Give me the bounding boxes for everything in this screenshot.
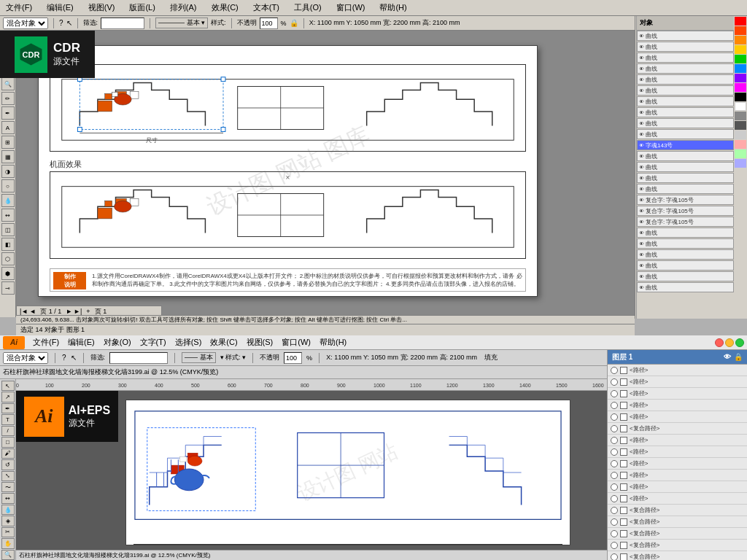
cdr-opacity-input[interactable] — [260, 18, 278, 29]
outline-tool[interactable]: ○ — [1, 179, 15, 192]
shadow-tool[interactable]: ◧ — [1, 238, 15, 251]
cdr-panel-item-4: 👁曲线 — [637, 74, 734, 85]
page-last[interactable]: ►| — [74, 308, 82, 315]
ai-canvas-area: Ai AI+EPS 源文件 设计图 网站 — [16, 391, 607, 560]
page-add[interactable]: + — [86, 308, 90, 315]
ai-eyedrop-tool[interactable]: 💧 — [1, 505, 15, 515]
ai-scale-tool[interactable]: ⤡ — [1, 471, 15, 481]
cdr-logo: CDR — [15, 36, 47, 73]
svg-rect-6 — [130, 91, 139, 98]
cdr-menu-text[interactable]: 文本(T) — [250, 2, 282, 13]
ai-opacity-input[interactable] — [284, 352, 302, 364]
layers-title: 图层 1 — [612, 352, 632, 362]
ai-scissors-tool[interactable]: ✂ — [1, 527, 15, 537]
cdr-menu-arrange[interactable]: 排列(A) — [167, 2, 200, 13]
ai-cursor: ↖ — [71, 354, 77, 362]
freehand-tool[interactable]: ✏ — [1, 92, 15, 105]
cdr-menu-layout[interactable]: 版面(L) — [126, 2, 158, 13]
cdr-menu-window[interactable]: 窗口(W) — [333, 2, 368, 13]
ai-line-tool[interactable]: / — [1, 426, 15, 436]
cdr-panel-item-13: 👁曲线 — [637, 173, 734, 183]
cdr-menu-file[interactable]: 文件(F) — [3, 2, 35, 13]
cdr-panel-item-10: 👁字魂143号 — [637, 140, 734, 150]
sep5 — [319, 353, 320, 363]
extrude-tool[interactable]: ⬢ — [1, 267, 15, 280]
ai-menu-select[interactable]: 选择(S) — [171, 337, 206, 348]
pen-tool[interactable]: ✒ — [1, 106, 15, 120]
svg-rect-0 — [62, 79, 514, 141]
svg-point-54 — [187, 456, 202, 466]
ai-menu-view[interactable]: 视图(S) — [243, 337, 277, 348]
ai-menu-object[interactable]: 对象(O) — [100, 337, 135, 348]
ai-warp-tool[interactable]: 〜 — [1, 482, 15, 492]
illustrator-section: Ai 文件(F) 编辑(E) 对象(O) 文字(T) 选择(S) 效果(C) 视… — [0, 335, 747, 560]
ai-coords: X: 1100 mm Y: 1050 mm 宽: 2200 mm 高: 2100… — [326, 353, 477, 362]
table-tool[interactable]: ▦ — [1, 150, 15, 163]
ai-filter-input[interactable] — [109, 352, 168, 364]
ai-direct-tool[interactable]: ↗ — [1, 392, 15, 402]
svg-rect-13 — [77, 128, 82, 132]
page-prev[interactable]: ◄ — [29, 308, 36, 315]
ai-layer-item-1: <路径> — [608, 376, 747, 388]
ai-text-tool[interactable]: T — [1, 414, 15, 424]
cdr-menubar[interactable]: 文件(F) 编辑(E) 视图(V) 版面(L) 排列(A) 效果(C) 文本(T… — [0, 0, 747, 16]
stair-svg-1: 尺寸 — [50, 65, 525, 151]
ai-menu-help[interactable]: 帮助(H) — [316, 337, 350, 348]
maximize-btn[interactable] — [735, 338, 744, 347]
text-tool[interactable]: A — [1, 121, 15, 134]
cdr-panel-item-23: 👁曲线 — [637, 282, 734, 292]
ai-status-bar: 石柱杆旗神社球圆地文化墙海报楼梯文化墙3199.ai @ 12.5% (CMYK… — [16, 550, 607, 560]
panel-lock-btn[interactable]: 🔒 — [734, 353, 743, 361]
cdr-menu-help[interactable]: 帮助(H) — [376, 2, 409, 13]
cdr-panel-item-16: 👁复合字: 字魂105号 — [637, 206, 734, 216]
svg-text:1600: 1600 — [592, 383, 604, 388]
transparency-tool[interactable]: ◫ — [1, 223, 15, 236]
cdr-line-style: ———— 基本 ▾ — [155, 18, 208, 28]
close-btn[interactable] — [715, 338, 724, 347]
ai-menu-effects[interactable]: 效果(C) — [206, 337, 241, 348]
cdr-filter-input[interactable] — [101, 18, 144, 29]
ai-zoom-tool[interactable]: 🔍 — [1, 550, 15, 560]
cdr-menu-effects[interactable]: 效果(C) — [209, 2, 241, 13]
cdr-menu-tools[interactable]: 工具(O) — [291, 2, 325, 13]
cdr-panel-item-6: 👁曲线 — [637, 96, 734, 106]
eyedrop-tool[interactable]: 💧 — [1, 194, 15, 207]
ai-rect-tool[interactable]: □ — [1, 437, 15, 447]
page-next[interactable]: ► — [66, 308, 72, 315]
ai-rotate-tool[interactable]: ↺ — [1, 459, 15, 470]
window-controls[interactable] — [715, 338, 744, 347]
ai-menu-file[interactable]: 文件(F) — [29, 337, 63, 348]
ai-pen-tool[interactable]: ✒ — [1, 403, 15, 413]
ai-menu-text[interactable]: 文字(T) — [136, 337, 170, 348]
minimize-btn[interactable] — [725, 338, 734, 347]
ai-menu-window[interactable]: 窗口(W) — [278, 337, 314, 348]
blend-tool[interactable]: ↭ — [1, 209, 15, 222]
ai-menubar[interactable]: Ai 文件(F) 编辑(E) 对象(O) 文字(T) 选择(S) 效果(C) 视… — [0, 335, 747, 350]
ai-brush-tool[interactable]: 🖌 — [1, 448, 15, 459]
cdr-badge-text: CDR 源文件 — [53, 41, 80, 68]
envelope-tool[interactable]: ⬡ — [1, 252, 15, 265]
coreldraw-section: 文件(F) 编辑(E) 视图(V) 版面(L) 排列(A) 效果(C) 文本(T… — [0, 0, 747, 335]
panel-eye-btn[interactable]: 👁 — [724, 353, 731, 361]
ai-gradient-tool[interactable]: ◈ — [1, 516, 15, 526]
ai-menu-edit[interactable]: 编辑(E) — [64, 337, 98, 348]
ai-layer-item-11: <路径> — [608, 493, 747, 505]
svg-rect-21 — [98, 208, 112, 219]
zoom-tool[interactable]: 🔍 — [1, 77, 15, 90]
ai-select-tool[interactable]: ↖ — [1, 381, 15, 391]
panel-buttons[interactable]: 👁 🔒 — [724, 353, 743, 361]
drawing-section-1: 尺寸 — [50, 64, 526, 152]
dimension-tool[interactable]: ⊞ — [1, 136, 15, 149]
ai-object-type[interactable]: 混合对象 — [3, 352, 48, 364]
page-first[interactable]: |◄ — [20, 308, 28, 315]
sep1 — [53, 18, 54, 28]
cdr-menu-view[interactable]: 视图(V) — [85, 2, 118, 13]
fill-tool[interactable]: ◑ — [1, 165, 15, 178]
ai-hand-tool[interactable]: ✋ — [1, 538, 15, 548]
ai-help: ? — [62, 354, 66, 362]
connector-tool[interactable]: ⊸ — [1, 281, 15, 295]
cdr-object-type[interactable]: 混合对象 — [3, 18, 48, 29]
svg-text:600: 600 — [228, 383, 236, 388]
ai-blend-tool[interactable]: ↭ — [1, 493, 15, 503]
cdr-menu-edit[interactable]: 编辑(E) — [44, 2, 77, 13]
